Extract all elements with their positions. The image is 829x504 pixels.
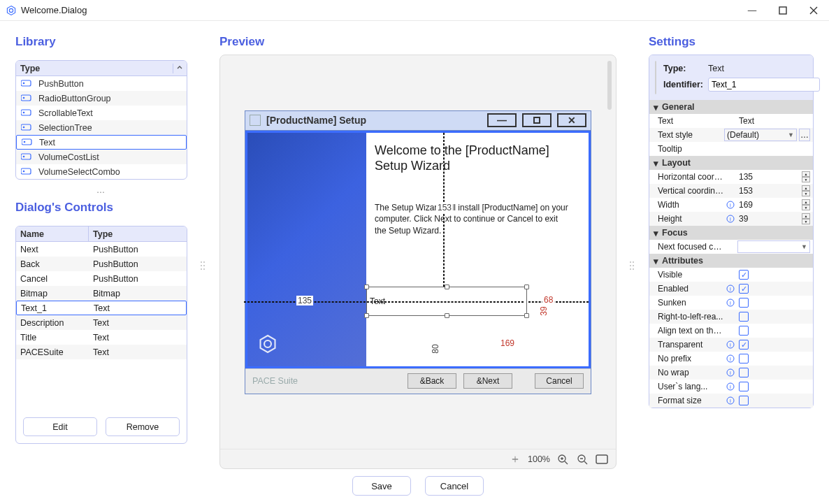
prop-transparent[interactable]: Transparenti (649, 338, 813, 352)
dialog-title-text: [ProductName] Setup (266, 115, 366, 126)
prop-visible[interactable]: Visible (649, 268, 813, 282)
dialog-controls-body[interactable]: NextPushButtonBackPushButtonCancelPushBu… (16, 242, 187, 410)
prop-width[interactable]: Widthi169▲▼ (649, 198, 813, 212)
info-icon[interactable]: i (725, 297, 736, 308)
cancel-button[interactable]: Cancel (425, 476, 484, 496)
prop-right-to-left-rea-[interactable]: Right-to-left-rea... (649, 310, 813, 324)
dropdown[interactable]: ▼ (737, 240, 810, 253)
dc-row-text_1[interactable]: Text_1Text (16, 301, 187, 315)
prop-no-wrap[interactable]: No wrapi (649, 366, 813, 380)
svg-point-1 (9, 8, 13, 12)
checkbox[interactable] (739, 326, 749, 336)
prop-tooltip[interactable]: Tooltip (649, 142, 813, 156)
dc-row-description[interactable]: DescriptionText (16, 315, 187, 330)
settings-groups: ▾GeneralTextTextText style(Default)▼…Too… (649, 100, 813, 408)
preview-canvas[interactable]: [ProductName] Setup — ✕ Welcome to the [… (219, 55, 617, 469)
group-attributes[interactable]: ▾Attributes (649, 254, 813, 268)
dialog-minimize[interactable]: — (487, 113, 517, 127)
checkbox[interactable] (739, 340, 749, 350)
control-type-icon (20, 94, 33, 103)
banner-logo-icon (257, 333, 278, 357)
info-icon[interactable]: i (725, 283, 736, 294)
dialog-controls-header[interactable]: Name Type (16, 226, 187, 242)
dc-row-title[interactable]: TitleText (16, 330, 187, 345)
left-resize-grip[interactable] (200, 35, 207, 496)
group-focus[interactable]: ▾Focus (649, 226, 813, 240)
dc-row-cancel[interactable]: CancelPushButton (16, 271, 187, 286)
spinner[interactable]: ▲▼ (802, 213, 810, 224)
dc-col-type: Type (89, 226, 187, 241)
zoom-out-icon[interactable] (575, 452, 589, 466)
info-icon[interactable]: i (725, 381, 736, 392)
prop-sunken[interactable]: Sunkeni (649, 296, 813, 310)
dc-row-next[interactable]: NextPushButton (16, 242, 187, 257)
spinner[interactable]: ▲▼ (802, 199, 810, 210)
prop-horizontal-coordi-[interactable]: Horizontal coordi...135▲▼ (649, 170, 813, 184)
checkbox[interactable] (739, 382, 749, 391)
info-icon[interactable]: i (725, 353, 736, 364)
checkbox[interactable] (739, 312, 749, 322)
spinner[interactable]: ▲▼ (802, 171, 810, 182)
prop-align-text-on-the-[interactable]: Align text on the... (649, 324, 813, 338)
library-item-volumeselectcombo[interactable]: VolumeSelectCombo (16, 164, 187, 179)
preview-scrollbar[interactable] (605, 61, 614, 110)
library-resize-grip[interactable]: … (15, 185, 187, 195)
svg-rect-9 (21, 124, 31, 130)
back-button[interactable]: &Back (408, 373, 456, 389)
window-close[interactable] (798, 0, 829, 21)
dialog-maximize[interactable] (522, 113, 552, 127)
spinner[interactable]: ▲▼ (802, 185, 810, 196)
library-item-volumecostlist[interactable]: VolumeCostList (16, 150, 187, 164)
library-list[interactable]: PushButtonRadioButtonGroupScrollableText… (16, 76, 187, 179)
right-resize-grip[interactable] (629, 35, 636, 496)
library-sort-chevron[interactable] (173, 64, 182, 73)
checkbox[interactable] (739, 284, 749, 294)
library-item-scrollabletext[interactable]: ScrollableText (16, 106, 187, 120)
dc-row-bitmap[interactable]: BitmapBitmap (16, 286, 187, 301)
library-item-radiobuttongroup[interactable]: RadioButtonGroup (16, 91, 187, 106)
cancel-dialog-button[interactable]: Cancel (535, 373, 584, 389)
prop-height[interactable]: Heighti39▲▼ (649, 212, 813, 226)
info-icon[interactable]: i (725, 395, 736, 406)
dc-row-pacesuite[interactable]: PACESuiteText (16, 345, 187, 359)
prop-enabled[interactable]: Enabledi (649, 282, 813, 296)
identifier-input[interactable] (708, 78, 820, 92)
prop-text[interactable]: TextText (649, 114, 813, 128)
checkbox[interactable] (739, 396, 749, 405)
safe-area-icon[interactable] (595, 452, 609, 466)
group-general[interactable]: ▾General (649, 100, 813, 114)
window-maximize[interactable] (767, 0, 798, 21)
prop-no-prefix[interactable]: No prefixi (649, 352, 813, 366)
prop-format-size[interactable]: Format sizei (649, 394, 813, 408)
prop-vertical-coordina-[interactable]: Vertical coordina...153▲▼ (649, 184, 813, 198)
checkbox[interactable] (739, 298, 749, 308)
group-layout[interactable]: ▾Layout (649, 156, 813, 170)
window-minimize[interactable]: — (737, 0, 767, 21)
checkbox[interactable] (739, 368, 749, 377)
dc-row-back[interactable]: BackPushButton (16, 257, 187, 271)
library-item-pushbutton[interactable]: PushButton (16, 76, 187, 91)
svg-rect-3 (21, 80, 31, 86)
next-button[interactable]: &Next (463, 373, 512, 389)
dropdown[interactable]: (Default)▼ (724, 129, 797, 141)
info-icon[interactable]: i (725, 213, 736, 224)
save-button[interactable]: Save (352, 476, 411, 496)
zoom-in-icon[interactable] (556, 452, 570, 466)
library-column-header[interactable]: Type (16, 61, 187, 76)
checkbox[interactable] (739, 270, 749, 280)
ellipsis-button[interactable]: … (799, 129, 810, 141)
prop-text-style[interactable]: Text style(Default)▼… (649, 128, 813, 142)
prop-user-s-lang-[interactable]: User`s lang...i (649, 380, 813, 394)
library-panel: Type PushButtonRadioButtonGroupScrollabl… (15, 60, 187, 180)
remove-button[interactable]: Remove (106, 417, 180, 436)
dialog-close[interactable]: ✕ (557, 113, 586, 127)
checkbox[interactable] (739, 354, 749, 363)
info-icon[interactable]: i (725, 367, 736, 378)
library-item-selectiontree[interactable]: SelectionTree (16, 120, 187, 135)
prop-next-focused-co-[interactable]: Next focused co...▼ (649, 240, 813, 254)
info-icon[interactable]: i (725, 199, 736, 210)
library-item-text[interactable]: Text (16, 135, 187, 150)
zoom-fit-icon[interactable] (508, 452, 522, 466)
edit-button[interactable]: Edit (23, 417, 97, 436)
info-icon[interactable]: i (725, 339, 736, 350)
